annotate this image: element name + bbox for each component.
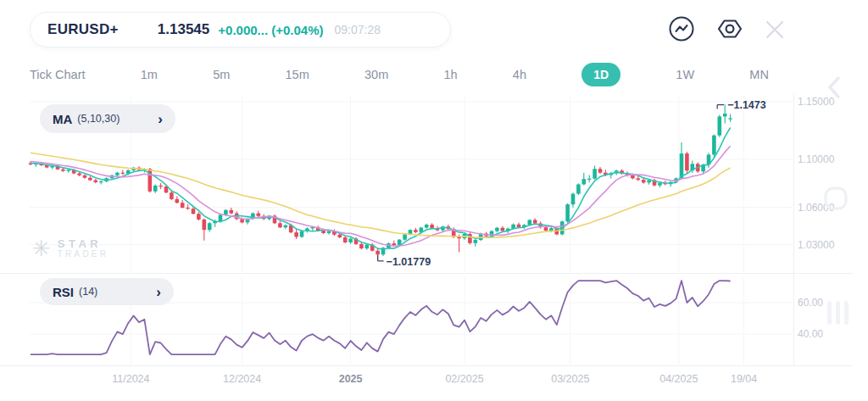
timeframe-tick-chart[interactable]: Tick Chart: [30, 68, 86, 81]
chevron-left-icon[interactable]: [824, 75, 846, 100]
axis-tick-label: 04/2025: [659, 373, 698, 385]
ma-label: MA: [53, 112, 72, 126]
quote-header-pill[interactable]: EURUSD+ 1.13545 +0.000... (+0.04%) 09:07…: [30, 12, 451, 47]
chevron-right-icon: ›: [158, 112, 163, 126]
trading-chart-screen: EURUSD+ 1.13545 +0.000... (+0.04%) 09:07…: [0, 0, 868, 401]
rsi-params: (14): [79, 286, 97, 298]
ma-indicator-button[interactable]: MA (5,10,30) ›: [40, 104, 175, 133]
axis-tick-label: 02/2025: [445, 373, 483, 385]
axis-tick-label: 2025: [339, 373, 363, 385]
symbol-name: EURUSD+: [47, 21, 119, 38]
axis-tick-label: 11/2024: [112, 373, 149, 385]
chevron-right-icon: ›: [156, 285, 161, 299]
timeframe-1h[interactable]: 1h: [443, 68, 457, 81]
timeframe-1m[interactable]: 1m: [141, 68, 158, 81]
timeframe-4h[interactable]: 4h: [513, 68, 526, 81]
close-icon[interactable]: [765, 19, 785, 40]
timeframe-5m[interactable]: 5m: [213, 68, 230, 81]
axis-tick-label: 12/2024: [223, 373, 261, 385]
quote-time: 09:07:28: [335, 23, 381, 36]
rounded-square-icon[interactable]: [821, 184, 850, 213]
timeframe-bar: Tick Chart1m5m15m30m1h4h1D1WMN: [30, 61, 769, 88]
chart-type-icon[interactable]: [668, 15, 695, 42]
settings-gear-icon[interactable]: [716, 15, 743, 42]
price-axis-line: [793, 93, 794, 365]
timeframe-30m[interactable]: 30m: [364, 68, 388, 81]
axis-tick-label: 60.00: [798, 297, 823, 309]
svg-text:−1.1473: −1.1473: [727, 99, 766, 111]
axis-tick-label: 40.00: [798, 328, 823, 340]
rsi-label: RSI: [53, 285, 74, 299]
axis-divider: [0, 365, 853, 366]
svg-text:−1.01779: −1.01779: [387, 256, 431, 268]
timeframe-1d[interactable]: 1D: [581, 63, 620, 86]
timeframe-1w[interactable]: 1W: [676, 68, 694, 81]
pane-divider: [0, 273, 853, 274]
axis-tick-label: 03/2025: [551, 373, 589, 385]
axis-tick-label: 1.03000: [798, 239, 834, 251]
timeframe-mn[interactable]: MN: [749, 68, 769, 81]
vertical-bars-icon[interactable]: [825, 298, 852, 327]
axis-tick-label: 19/04: [731, 373, 757, 385]
current-price: 1.13545: [158, 21, 209, 38]
price-change: +0.000... (+0.04%): [218, 23, 323, 37]
timeframe-15m[interactable]: 15m: [286, 68, 309, 81]
axis-tick-label: 1.10000: [798, 153, 834, 165]
ma-params: (5,10,30): [77, 113, 120, 125]
rsi-indicator-button[interactable]: RSI (14) ›: [40, 278, 174, 305]
